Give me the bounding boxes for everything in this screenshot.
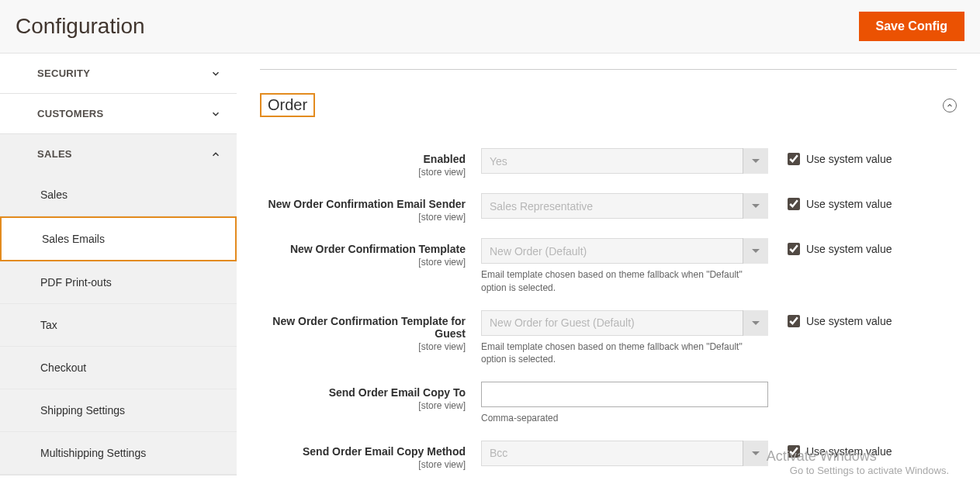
field-row-template: New Order Confirmation Template [store v… [260, 238, 957, 295]
field-label: New Order Confirmation Template for Gues… [272, 315, 466, 340]
field-label: Enabled [424, 153, 466, 165]
copy-to-input[interactable] [481, 382, 768, 407]
field-label: Send Order Email Copy Method [303, 445, 466, 458]
use-system-label: Use system value [806, 445, 892, 458]
section-title-order[interactable]: Order [260, 93, 315, 117]
sidebar-section-customers[interactable]: CUSTOMERS [0, 94, 237, 133]
use-system-checkbox-template-guest[interactable] [788, 315, 800, 327]
field-row-copy-to: Send Order Email Copy To [store view] Co… [260, 382, 957, 425]
sidebar-section-label: CUSTOMERS [37, 108, 104, 119]
help-text: Email template chosen based on theme fal… [481, 341, 768, 367]
help-text: Email template chosen based on theme fal… [481, 268, 768, 295]
sidebar-item-multishipping-settings[interactable]: Multishipping Settings [0, 432, 237, 475]
use-system-label: Use system value [806, 153, 892, 165]
field-label: Send Order Email Copy To [329, 386, 466, 399]
template-guest-select[interactable]: New Order for Guest (Default) [481, 310, 768, 336]
template-select[interactable]: New Order (Default) [481, 238, 768, 264]
sidebar-section-label: SECURITY [37, 67, 90, 79]
field-row-enabled: Enabled [store view] Yes Use system valu… [260, 148, 957, 178]
chevron-down-icon [210, 109, 221, 119]
collapse-section-icon[interactable] [943, 99, 957, 112]
field-label: New Order Confirmation Email Sender [268, 198, 466, 210]
field-row-template-guest: New Order Confirmation Template for Gues… [260, 310, 957, 367]
copy-method-select[interactable]: Bcc [481, 441, 768, 466]
scope-label: [store view] [260, 459, 466, 470]
chevron-up-icon [210, 149, 221, 160]
field-row-copy-method: Send Order Email Copy Method [store view… [260, 441, 957, 470]
use-system-label: Use system value [806, 243, 892, 255]
sidebar-item-sales[interactable]: Sales [0, 174, 237, 216]
sender-select[interactable]: Sales Representative [481, 193, 768, 219]
enabled-select[interactable]: Yes [481, 148, 768, 174]
scope-label: [store view] [260, 257, 466, 268]
use-system-checkbox-enabled[interactable] [788, 153, 800, 165]
scope-label: [store view] [260, 212, 466, 223]
scope-label: [store view] [260, 341, 466, 352]
chevron-down-icon [210, 68, 221, 79]
save-config-button[interactable]: Save Config [859, 12, 964, 41]
scope-label: [store view] [260, 400, 466, 411]
sidebar-section-security[interactable]: SECURITY [0, 54, 237, 93]
help-text: Comma-separated [481, 412, 768, 425]
use-system-label: Use system value [806, 315, 892, 327]
sidebar: SECURITY CUSTOMERS SALES Sales Sales Ema… [0, 54, 237, 484]
use-system-checkbox-template[interactable] [788, 243, 800, 255]
use-system-checkbox-sender[interactable] [788, 198, 800, 210]
field-label: New Order Confirmation Template [290, 243, 466, 255]
sidebar-section-sales[interactable]: SALES [0, 134, 237, 174]
sidebar-section-label: SALES [37, 148, 72, 160]
page-title: Configuration [16, 14, 145, 39]
main-content: Order Enabled [store view] Yes Use syste… [237, 54, 980, 484]
field-row-sender: New Order Confirmation Email Sender [sto… [260, 193, 957, 223]
use-system-checkbox-copy-method[interactable] [788, 445, 800, 458]
scope-label: [store view] [260, 167, 466, 178]
header-bar: Configuration Save Config [0, 0, 980, 54]
sidebar-item-pdf-printouts[interactable]: PDF Print-outs [0, 261, 237, 304]
divider [260, 69, 957, 70]
use-system-label: Use system value [806, 198, 892, 210]
sidebar-item-tax[interactable]: Tax [0, 304, 237, 347]
sidebar-item-sales-emails[interactable]: Sales Emails [0, 216, 237, 261]
sidebar-item-checkout[interactable]: Checkout [0, 347, 237, 389]
sidebar-item-shipping-settings[interactable]: Shipping Settings [0, 389, 237, 432]
